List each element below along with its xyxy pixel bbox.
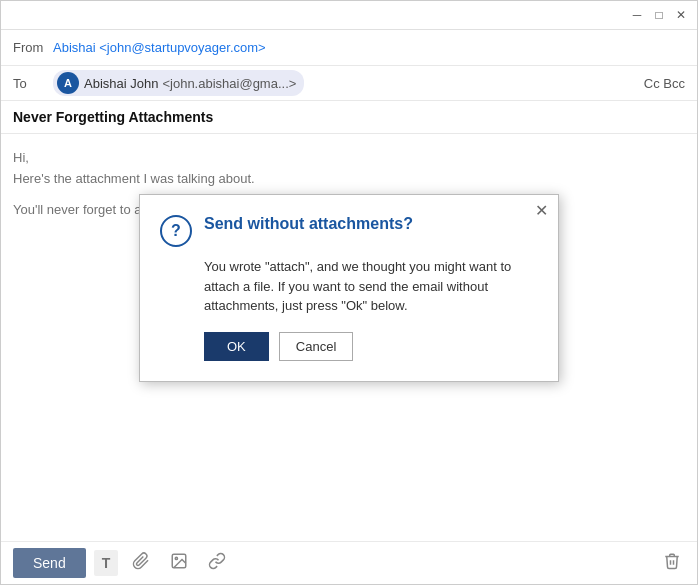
to-row: To A Abishai John <john.abishai@gma...> … xyxy=(1,66,697,101)
dialog: ✕ ? Send without attachments? You wrote … xyxy=(139,194,559,382)
recipient-chip[interactable]: A Abishai John <john.abishai@gma...> xyxy=(53,70,304,96)
to-label: To xyxy=(13,76,53,91)
dialog-overlay: ✕ ? Send without attachments? You wrote … xyxy=(1,134,697,585)
subject-text: Never Forgetting Attachments xyxy=(13,109,213,125)
dialog-body: You wrote "attach", and we thought you m… xyxy=(204,257,538,316)
from-value: Abishai <john@startupvoyager.com> xyxy=(53,40,266,55)
recipient-name: Abishai John xyxy=(84,76,158,91)
subject-row: Never Forgetting Attachments xyxy=(1,101,697,134)
cancel-button[interactable]: Cancel xyxy=(279,332,353,361)
ok-button[interactable]: OK xyxy=(204,332,269,361)
cc-bcc-button[interactable]: Cc Bcc xyxy=(644,76,685,91)
title-bar: ─ □ ✕ xyxy=(1,1,697,30)
close-button[interactable]: ✕ xyxy=(671,5,691,25)
dialog-buttons: OK Cancel xyxy=(204,332,538,361)
minimize-button[interactable]: ─ xyxy=(627,5,647,25)
dialog-close-button[interactable]: ✕ xyxy=(535,203,548,219)
question-icon: ? xyxy=(160,215,192,247)
from-row: From Abishai <john@startupvoyager.com> xyxy=(1,30,697,66)
from-label: From xyxy=(13,40,53,55)
dialog-title: Send without attachments? xyxy=(204,215,413,233)
maximize-button[interactable]: □ xyxy=(649,5,669,25)
avatar: A xyxy=(57,72,79,94)
dialog-header: ? Send without attachments? xyxy=(160,215,538,247)
recipient-email: <john.abishai@gma...> xyxy=(162,76,296,91)
main-content: Hi, Here's the attachment I was talking … xyxy=(1,134,697,585)
